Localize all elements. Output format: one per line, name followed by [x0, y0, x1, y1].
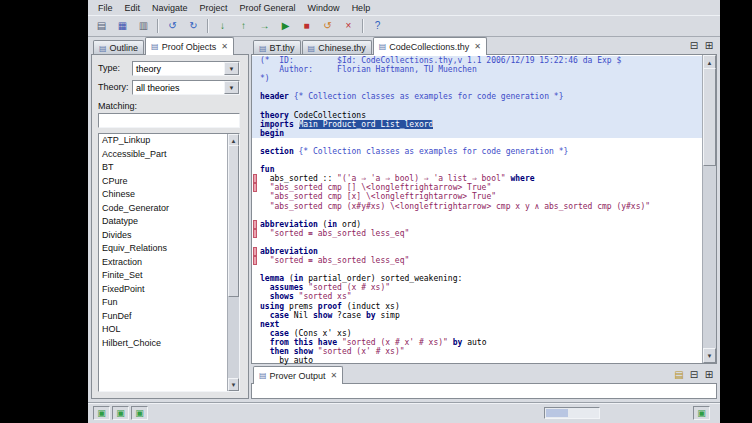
- maximize-icon[interactable]: ⊞: [702, 368, 716, 381]
- list-item[interactable]: Divides: [99, 229, 228, 243]
- code-line[interactable]: "sorted ≡ abs_sorted less_eq": [252, 229, 702, 238]
- menu-item-file[interactable]: File: [92, 2, 119, 14]
- minimize-icon[interactable]: ⊟: [687, 368, 701, 381]
- prover-output-body[interactable]: [251, 383, 717, 399]
- editor-scrollbar[interactable]: ▲ ▼: [702, 55, 716, 363]
- close-icon[interactable]: ✕: [221, 42, 228, 51]
- list-item[interactable]: Code_Generator: [99, 202, 228, 216]
- code-line[interactable]: [252, 238, 702, 247]
- tab-prover-output[interactable]: ▤ Prover Output ✕: [253, 366, 343, 384]
- tab-chinese-thy[interactable]: ▤Chinese.thy: [302, 40, 372, 55]
- code-line[interactable]: using prems proof (induct xs): [252, 302, 702, 311]
- code-line[interactable]: *): [252, 74, 702, 83]
- menu-item-window[interactable]: Window: [302, 2, 346, 14]
- scroll-down-icon[interactable]: ▼: [228, 378, 239, 391]
- code-line[interactable]: shows "sorted xs": [252, 292, 702, 301]
- prover-status-icon-2[interactable]: ▣: [112, 406, 129, 420]
- code-line[interactable]: "abs_sorted cmp [] \<longleftrightarrow>…: [252, 183, 702, 192]
- code-line[interactable]: Author: Florian Haftmann, TU Muenchen: [252, 65, 702, 74]
- chevron-down-icon[interactable]: ▼: [224, 81, 239, 94]
- redo-button[interactable]: ↻: [183, 17, 204, 36]
- prover-status-icon-3[interactable]: ▣: [131, 406, 148, 420]
- code-line[interactable]: from this have "sorted (x # x' # xs)" by…: [252, 338, 702, 347]
- prover-status-icon-1[interactable]: ▣: [93, 406, 110, 420]
- next-step-button[interactable]: ↓: [212, 17, 233, 36]
- maximize-icon[interactable]: ⊞: [702, 39, 716, 52]
- menu-item-navigate[interactable]: Navigate: [146, 2, 194, 14]
- list-item[interactable]: BT: [99, 161, 228, 175]
- code-line[interactable]: lemma (in partial_order) sorted_weakenin…: [252, 274, 702, 283]
- code-line[interactable]: [252, 265, 702, 274]
- code-line[interactable]: imports Main Product_ord List_lexord: [252, 120, 702, 129]
- list-item[interactable]: Finite_Set: [99, 269, 228, 283]
- save-button[interactable]: ▦: [112, 17, 133, 36]
- code-line[interactable]: abbreviation: [252, 247, 702, 256]
- stop-button[interactable]: ■: [296, 17, 317, 36]
- code-line[interactable]: case (Cons x' xs): [252, 329, 702, 338]
- code-line[interactable]: [252, 101, 702, 110]
- code-line[interactable]: "abs_sorted cmp (x#y#xs) \<longleftright…: [252, 202, 702, 211]
- code-line[interactable]: then show "sorted (x' # xs)": [252, 347, 702, 356]
- menu-item-help[interactable]: Help: [346, 2, 377, 14]
- code-line[interactable]: begin: [252, 129, 702, 138]
- menu-item-proof-general[interactable]: Proof General: [234, 2, 302, 14]
- scroll-down-icon[interactable]: ▼: [703, 348, 716, 363]
- code-line[interactable]: [252, 211, 702, 220]
- menu-item-project[interactable]: Project: [194, 2, 234, 14]
- code-line[interactable]: [252, 83, 702, 92]
- list-item[interactable]: Accessible_Part: [99, 148, 228, 162]
- goto-button[interactable]: →: [254, 17, 275, 36]
- code-line[interactable]: "sorted ≡ abs_sorted less_eq": [252, 256, 702, 265]
- editor-body[interactable]: (* ID: $Id: CodeCollections.thy,v 1.1 20…: [251, 54, 717, 364]
- list-item[interactable]: HOL: [99, 323, 228, 337]
- code-line[interactable]: case Nil show ?case by simp: [252, 311, 702, 320]
- chevron-down-icon[interactable]: ▼: [224, 62, 239, 75]
- code-line[interactable]: theory CodeCollections: [252, 111, 702, 120]
- list-item[interactable]: ATP_Linkup: [99, 134, 228, 148]
- tab-bt-thy[interactable]: ▤BT.thy: [253, 40, 301, 55]
- help-button[interactable]: ?: [367, 17, 388, 36]
- close-icon[interactable]: ✕: [331, 371, 338, 380]
- code-line[interactable]: "abs_sorted cmp [x] \<longleftrightarrow…: [252, 192, 702, 201]
- list-item[interactable]: Hilbert_Choice: [99, 337, 228, 351]
- undo-step-button[interactable]: ↑: [233, 17, 254, 36]
- code-line[interactable]: fun: [252, 165, 702, 174]
- tab-codecollections-thy[interactable]: ▤CodeCollections.thy✕: [373, 37, 487, 55]
- code-line[interactable]: abbreviation (in ord): [252, 220, 702, 229]
- theory-list[interactable]: ATP_LinkupAccessible_PartBTCPureChineseC…: [98, 133, 240, 392]
- scrollbar-thumb[interactable]: [703, 68, 716, 166]
- tab-outline[interactable]: ▤Outline: [93, 40, 144, 55]
- interrupt-button[interactable]: ×: [338, 17, 359, 36]
- play-button[interactable]: ▶: [275, 17, 296, 36]
- code-line[interactable]: assumes "sorted (x # xs)": [252, 283, 702, 292]
- theory-combo[interactable]: all theories ▼: [132, 80, 240, 95]
- code-line[interactable]: (* ID: $Id: CodeCollections.thy,v 1.1 20…: [252, 56, 702, 65]
- tab-proof-objects[interactable]: ▤Proof Objects✕: [145, 37, 234, 55]
- restart-button[interactable]: ↺: [317, 17, 338, 36]
- minimize-icon[interactable]: ⊟: [687, 39, 701, 52]
- list-item[interactable]: FunDef: [99, 310, 228, 324]
- list-item[interactable]: Datatype: [99, 215, 228, 229]
- list-scrollbar[interactable]: ▲ ▼: [227, 134, 239, 391]
- scrollbar-thumb[interactable]: [228, 145, 239, 297]
- list-item[interactable]: Extraction: [99, 256, 228, 270]
- close-icon[interactable]: ✕: [474, 42, 481, 51]
- new-button[interactable]: ▤: [91, 17, 112, 36]
- menu-item-edit[interactable]: Edit: [119, 2, 147, 14]
- code-area[interactable]: (* ID: $Id: CodeCollections.thy,v 1.1 20…: [252, 56, 702, 363]
- code-line[interactable]: next: [252, 320, 702, 329]
- print-button[interactable]: ▥: [133, 17, 154, 36]
- code-line[interactable]: header {* Collection classes as examples…: [252, 92, 702, 101]
- list-item[interactable]: Chinese: [99, 188, 228, 202]
- status-indicator[interactable]: ▣: [693, 406, 710, 420]
- code-line[interactable]: [252, 156, 702, 165]
- scroll-lock-icon[interactable]: ▤: [672, 368, 686, 381]
- code-line[interactable]: section {* Collection classes as example…: [252, 147, 702, 156]
- code-line[interactable]: by auto: [252, 356, 702, 365]
- list-item[interactable]: Equiv_Relations: [99, 242, 228, 256]
- undo-button[interactable]: ↺: [162, 17, 183, 36]
- list-item[interactable]: Fun: [99, 296, 228, 310]
- code-line[interactable]: abs_sorted :: "('a ⇒ 'a ⇒ bool) ⇒ 'a lis…: [252, 174, 702, 183]
- type-combo[interactable]: theory ▼: [132, 61, 240, 76]
- matching-input[interactable]: [98, 113, 240, 128]
